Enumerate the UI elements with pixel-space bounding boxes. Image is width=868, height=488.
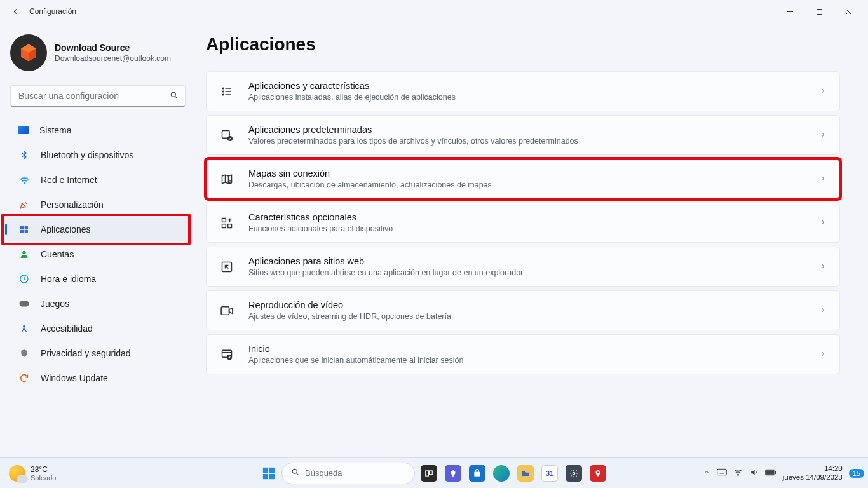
- battery-icon[interactable]: [765, 468, 776, 478]
- sidebar-item-net[interactable]: Red e Internet: [5, 168, 191, 192]
- card-title: Reproducción de vídeo: [248, 300, 819, 310]
- map-icon: [219, 172, 234, 187]
- svg-point-54: [738, 475, 738, 475]
- sidebar-item-label: Cuentas: [41, 249, 74, 259]
- card-title: Aplicaciones y características: [248, 81, 819, 91]
- svg-rect-29: [228, 224, 232, 227]
- sidebar-item-label: Hora e idioma: [41, 274, 96, 284]
- settings-card-list[interactable]: Aplicaciones y característicasAplicacion…: [206, 71, 840, 111]
- explorer-icon[interactable]: [515, 463, 536, 484]
- sidebar-item-priv[interactable]: Privacidad y seguridad: [5, 341, 191, 365]
- taskbar: 28°C Soleado Búsqueda 31 14:20 jue: [0, 458, 868, 488]
- calendar-icon[interactable]: 31: [539, 463, 560, 484]
- sidebar-item-upd[interactable]: Windows Update: [5, 366, 191, 390]
- card-desc: Descargas, ubicación de almacenamiento, …: [248, 180, 819, 189]
- taskbar-search-label: Búsqueda: [305, 468, 342, 478]
- svg-rect-10: [20, 226, 24, 229]
- svg-line-42: [297, 473, 299, 475]
- search-icon: [291, 468, 300, 478]
- account-name: Download Source: [55, 43, 171, 53]
- card-title: Mapas sin conexión: [248, 168, 819, 179]
- sidebar-item-accs[interactable]: Accesibilidad: [5, 316, 191, 341]
- sidebar-item-time[interactable]: Hora e idioma: [5, 267, 191, 291]
- svg-point-47: [597, 471, 599, 473]
- svg-rect-43: [426, 470, 429, 475]
- svg-rect-38: [269, 467, 275, 472]
- svg-point-20: [222, 91, 224, 92]
- settings-taskbar-icon[interactable]: [564, 463, 584, 484]
- clock[interactable]: 14:20 jueves 14/09/2023: [783, 464, 843, 481]
- settings-card-map[interactable]: Mapas sin conexiónDescargas, ubicación d…: [206, 159, 840, 199]
- sidebar-item-label: Privacidad y seguridad: [41, 348, 131, 358]
- titlebar: Configuración: [0, 0, 868, 23]
- chevron-right-icon: [819, 262, 827, 272]
- video-icon: [219, 303, 234, 318]
- sidebar-item-label: Red e Internet: [41, 175, 97, 185]
- svg-rect-57: [766, 471, 774, 475]
- chevron-right-icon: [819, 174, 827, 184]
- chat-icon[interactable]: [443, 463, 463, 484]
- settings-card-startup[interactable]: InicioAplicaciones que se inician automá…: [206, 334, 840, 374]
- wifi-icon[interactable]: [733, 468, 743, 478]
- svg-rect-48: [717, 469, 726, 475]
- settings-card-default[interactable]: Aplicaciones predeterminadasValores pred…: [206, 115, 840, 155]
- edge-icon[interactable]: [491, 463, 512, 484]
- keyboard-icon[interactable]: [717, 468, 727, 478]
- card-title: Aplicaciones predeterminadas: [248, 125, 819, 135]
- sidebar-item-acc[interactable]: Cuentas: [5, 242, 191, 266]
- account-email: Downloadsourcenet@outlook.com: [55, 54, 171, 63]
- account-block[interactable]: Download Source Downloadsourcenet@outloo…: [0, 28, 196, 85]
- sidebar-item-apps[interactable]: Aplicaciones: [5, 217, 191, 241]
- sidebar-item-pers[interactable]: Personalización: [5, 193, 191, 217]
- svg-rect-16: [20, 301, 29, 307]
- settings-card-video[interactable]: Reproducción de vídeoAjustes de vídeo, s…: [206, 290, 840, 330]
- task-view-icon[interactable]: [419, 463, 439, 484]
- volume-icon[interactable]: [749, 468, 759, 478]
- minimize-button[interactable]: [775, 0, 804, 23]
- notification-badge[interactable]: 15: [849, 469, 864, 478]
- maps-taskbar-icon[interactable]: [588, 463, 608, 484]
- chevron-right-icon: [819, 86, 827, 97]
- sidebar-item-label: Personalización: [41, 200, 104, 210]
- content-area: Aplicaciones Aplicaciones y característi…: [196, 23, 868, 458]
- svg-line-8: [175, 96, 177, 98]
- svg-rect-11: [25, 226, 28, 229]
- avatar: [10, 34, 47, 71]
- svg-rect-28: [222, 224, 226, 227]
- tray-chevron-icon[interactable]: [703, 468, 710, 478]
- search-icon: [170, 91, 179, 102]
- start-button[interactable]: [260, 464, 278, 482]
- card-desc: Aplicaciones que se inician automáticame…: [248, 356, 819, 365]
- maximize-button[interactable]: [804, 0, 834, 23]
- svg-point-14: [22, 251, 25, 254]
- taskbar-search[interactable]: Búsqueda: [281, 463, 415, 484]
- web-icon: [219, 259, 234, 274]
- svg-point-9: [24, 182, 25, 184]
- svg-rect-33: [221, 306, 229, 314]
- chevron-right-icon: [819, 349, 827, 360]
- svg-point-18: [222, 88, 224, 89]
- sidebar-item-label: Aplicaciones: [41, 224, 91, 234]
- svg-rect-40: [269, 473, 275, 478]
- svg-rect-44: [430, 470, 433, 474]
- sidebar-item-bt[interactable]: Bluetooth y dispositivos: [5, 143, 191, 167]
- search-input[interactable]: [11, 91, 185, 101]
- system-tray[interactable]: [703, 468, 776, 478]
- store-icon[interactable]: [467, 463, 487, 484]
- card-title: Características opcionales: [248, 212, 819, 222]
- weather-icon: [9, 465, 25, 482]
- weather-widget[interactable]: 28°C Soleado: [3, 465, 62, 482]
- card-desc: Sitios web que pueden abrirse en una apl…: [248, 268, 819, 277]
- sidebar-item-system[interactable]: Sistema: [5, 118, 191, 142]
- svg-rect-56: [775, 471, 776, 473]
- back-button[interactable]: [5, 1, 25, 22]
- search-box[interactable]: [10, 85, 186, 107]
- svg-rect-27: [222, 218, 226, 222]
- card-desc: Funciones adicionales para el dispositiv…: [248, 224, 819, 233]
- settings-card-web[interactable]: Aplicaciones para sitios webSitios web q…: [206, 247, 840, 287]
- sidebar-item-game[interactable]: Juegos: [5, 292, 191, 316]
- close-button[interactable]: [834, 0, 863, 23]
- clock-time: 14:20: [783, 464, 843, 473]
- settings-card-feat[interactable]: Características opcionalesFunciones adic…: [206, 203, 840, 243]
- weather-temp: 28°C: [31, 465, 56, 474]
